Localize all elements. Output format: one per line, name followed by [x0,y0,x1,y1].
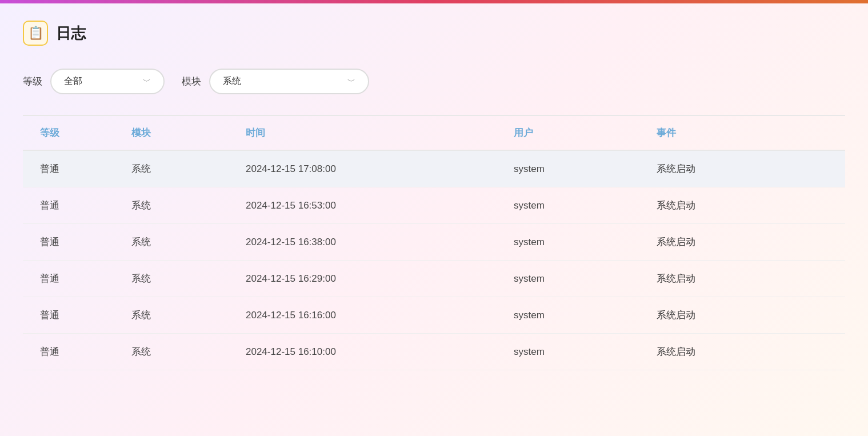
col-header-module: 模块 [131,126,246,139]
cell-user: system [514,346,657,358]
cell-event: 系统启动 [657,199,828,212]
icon-glyph: 📋 [28,26,43,41]
col-header-level: 等级 [40,126,131,139]
module-chevron-icon: ﹀ [347,77,355,87]
table-row[interactable]: 普通系统2024-12-15 16:53:00system系统启动 [23,187,845,224]
cell-level: 普通 [40,309,131,322]
table-row[interactable]: 普通系统2024-12-15 16:10:00system系统启动 [23,334,845,370]
col-header-user: 用户 [514,126,657,139]
level-select-value: 全部 [64,75,82,87]
col-header-event: 事件 [657,126,828,139]
table-row[interactable]: 普通系统2024-12-15 16:16:00system系统启动 [23,297,845,334]
module-select[interactable]: 系统 ﹀ [209,69,369,94]
module-filter-label: 模块 [182,75,201,88]
page-header: 📋 日志 [23,21,845,46]
cell-module: 系统 [131,272,246,285]
level-chevron-icon: ﹀ [143,77,151,87]
cell-user: system [514,163,657,175]
level-select[interactable]: 全部 ﹀ [50,69,165,94]
cell-event: 系统启动 [657,309,828,322]
cell-level: 普通 [40,235,131,249]
table-header: 等级 模块 时间 用户 事件 [23,116,845,151]
cell-time: 2024-12-15 16:53:00 [246,200,514,211]
cell-level: 普通 [40,345,131,358]
cell-module: 系统 [131,235,246,249]
module-select-value: 系统 [223,75,241,87]
module-filter-group: 模块 系统 ﹀ [182,69,369,94]
cell-user: system [514,310,657,321]
cell-level: 普通 [40,272,131,285]
cell-level: 普通 [40,162,131,175]
table-row[interactable]: 普通系统2024-12-15 16:38:00system系统启动 [23,224,845,261]
cell-event: 系统启动 [657,345,828,358]
log-table: 等级 模块 时间 用户 事件 普通系统2024-12-15 17:08:00sy… [23,116,845,370]
cell-event: 系统启动 [657,162,828,175]
cell-module: 系统 [131,309,246,322]
cell-time: 2024-12-15 16:29:00 [246,273,514,285]
table-row[interactable]: 普通系统2024-12-15 16:29:00system系统启动 [23,261,845,297]
level-filter-group: 等级 全部 ﹀ [23,69,165,94]
cell-module: 系统 [131,345,246,358]
cell-time: 2024-12-15 16:10:00 [246,346,514,358]
page-title: 日志 [56,23,86,43]
table-body: 普通系统2024-12-15 17:08:00system系统启动普通系统202… [23,151,845,370]
table-row[interactable]: 普通系统2024-12-15 17:08:00system系统启动 [23,151,845,187]
filter-row: 等级 全部 ﹀ 模块 系统 ﹀ [23,69,845,94]
page-container: 📋 日志 等级 全部 ﹀ 模块 系统 ﹀ 等级 模块 时间 用户 [0,3,868,387]
cell-user: system [514,200,657,211]
cell-time: 2024-12-15 16:38:00 [246,237,514,248]
cell-event: 系统启动 [657,272,828,285]
cell-event: 系统启动 [657,235,828,249]
cell-user: system [514,237,657,248]
cell-time: 2024-12-15 17:08:00 [246,163,514,175]
cell-user: system [514,273,657,285]
cell-time: 2024-12-15 16:16:00 [246,310,514,321]
page-icon: 📋 [23,21,48,46]
cell-level: 普通 [40,199,131,212]
level-filter-label: 等级 [23,75,42,88]
col-header-time: 时间 [246,126,514,139]
cell-module: 系统 [131,162,246,175]
cell-module: 系统 [131,199,246,212]
